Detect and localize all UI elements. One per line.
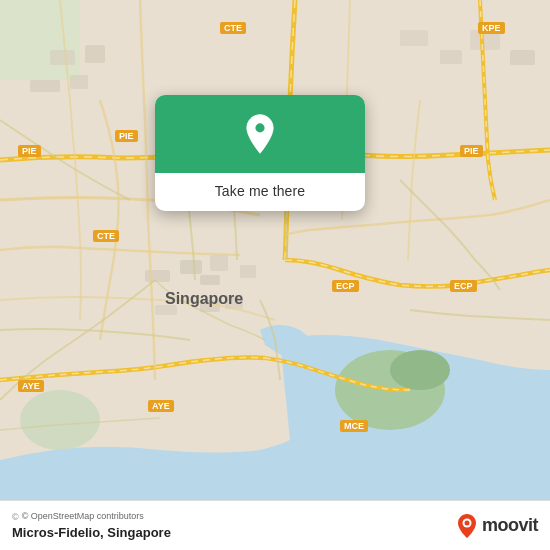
moovit-logo: moovit — [456, 513, 538, 539]
road-label-aye-left: AYE — [18, 380, 44, 392]
road-label-cte-mid: CTE — [93, 230, 119, 242]
svg-rect-8 — [70, 75, 88, 89]
take-me-there-button[interactable]: Take me there — [215, 183, 306, 199]
svg-rect-16 — [200, 275, 220, 285]
road-label-pie-left: PIE — [18, 145, 41, 157]
svg-rect-12 — [510, 50, 535, 65]
bottom-bar: © © OpenStreetMap contributors Micros-Fi… — [0, 500, 550, 550]
road-label-cte-top: CTE — [220, 22, 246, 34]
popup-btn-section[interactable]: Take me there — [155, 173, 365, 211]
road-label-pie-right: PIE — [460, 145, 483, 157]
svg-rect-10 — [440, 50, 462, 64]
location-pin-icon — [239, 113, 281, 155]
svg-rect-3 — [0, 0, 80, 80]
location-name: Micros-Fidelio, Singapore — [12, 525, 456, 540]
popup-green-section — [155, 95, 365, 173]
svg-rect-14 — [210, 255, 228, 271]
road-label-ecp-right: ECP — [450, 280, 477, 292]
svg-rect-6 — [85, 45, 105, 63]
map-svg — [0, 0, 550, 500]
svg-point-4 — [20, 390, 100, 450]
road-label-ecp-left: ECP — [332, 280, 359, 292]
map-container: CTE CTE PIE PIE PIE KPE ECP ECP AYE AYE … — [0, 0, 550, 500]
road-label-mce: MCE — [340, 420, 368, 432]
svg-rect-7 — [30, 80, 60, 92]
svg-point-21 — [255, 123, 266, 134]
svg-rect-5 — [50, 50, 75, 65]
svg-rect-20 — [155, 305, 177, 315]
osm-credit: © OpenStreetMap contributors — [22, 511, 144, 521]
svg-rect-17 — [240, 265, 256, 278]
road-label-aye-mid: AYE — [148, 400, 174, 412]
svg-rect-15 — [145, 270, 170, 282]
copyright-icon: © — [12, 512, 19, 522]
bottom-left: © © OpenStreetMap contributors Micros-Fi… — [12, 511, 456, 540]
svg-rect-9 — [400, 30, 428, 46]
svg-rect-13 — [180, 260, 202, 274]
road-label-kpe: KPE — [478, 22, 505, 34]
moovit-logo-text: moovit — [482, 515, 538, 536]
svg-point-23 — [464, 520, 469, 525]
road-label-pie-mid: PIE — [115, 130, 138, 142]
svg-point-2 — [390, 350, 450, 390]
moovit-pin-icon — [456, 513, 478, 539]
popup-card: Take me there — [155, 95, 365, 211]
